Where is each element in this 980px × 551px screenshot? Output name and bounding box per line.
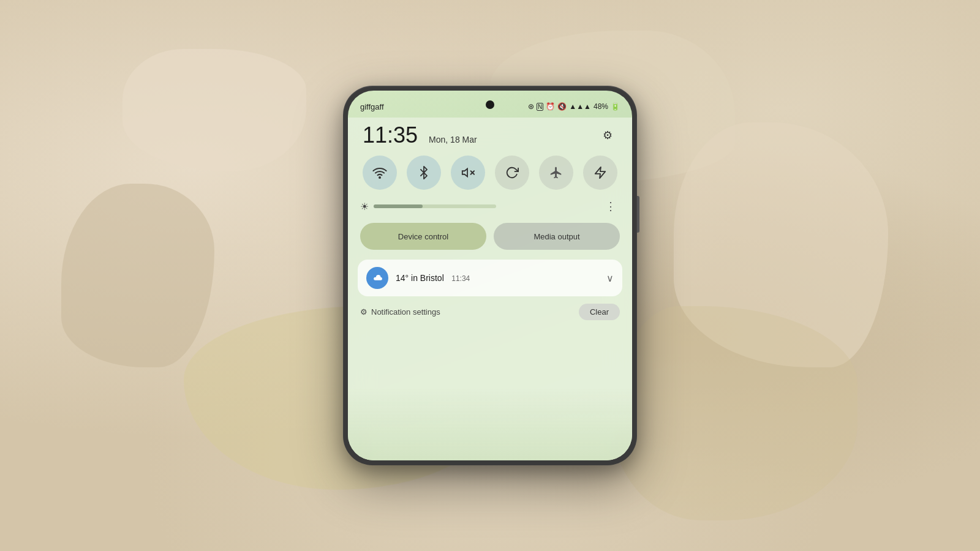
front-camera (486, 100, 494, 109)
phone-body: giffgaff ⊛ N ⏰ 🔇 ▲▲▲ 48% 🔋 11:35 M (343, 86, 637, 465)
weather-notification-content: 14° in Bristol 11:34 (396, 272, 599, 283)
bluetooth-toggle[interactable] (407, 156, 441, 190)
phone-screen: giffgaff ⊛ N ⏰ 🔇 ▲▲▲ 48% 🔋 11:35 M (348, 91, 632, 460)
weather-notification-icon (366, 267, 388, 289)
brightness-row: ☀ ⋮ (348, 195, 632, 218)
action-buttons-row: Device control Media output (348, 218, 632, 255)
battery-icon: 🔋 (611, 102, 620, 111)
flashlight-toggle[interactable] (583, 156, 617, 190)
time-date-row: 11:35 Mon, 18 Mar ⚙ (348, 118, 632, 151)
status-icons: ⊛ N ⏰ 🔇 ▲▲▲ 48% 🔋 (528, 102, 620, 111)
panel-settings-button[interactable]: ⚙ (598, 126, 617, 145)
mute-status-icon: 🔇 (557, 102, 567, 111)
bluetooth-status-icon: ⊛ (528, 102, 534, 111)
rotation-toggle[interactable] (495, 156, 529, 190)
clear-notifications-button[interactable]: Clear (579, 304, 620, 320)
svg-point-0 (379, 177, 380, 178)
svg-marker-1 (462, 169, 467, 177)
time-date-group: 11:35 Mon, 18 Mar (363, 122, 477, 148)
power-button[interactable] (637, 196, 639, 233)
brightness-more-button[interactable]: ⋮ (601, 197, 620, 216)
alarm-status-icon: ⏰ (546, 102, 555, 111)
wifi-toggle[interactable] (363, 156, 397, 190)
clock-time: 11:35 (363, 122, 418, 148)
notification-settings-label: Notification settings (371, 307, 440, 317)
mute-toggle[interactable] (451, 156, 485, 190)
phone-device: giffgaff ⊛ N ⏰ 🔇 ▲▲▲ 48% 🔋 11:35 M (343, 86, 637, 465)
brightness-fill (374, 204, 423, 208)
weather-notification-time: 11:34 (451, 274, 470, 283)
carrier-label: giffgaff (360, 102, 384, 111)
gear-small-icon: ⚙ (360, 307, 368, 317)
notification-actions-row: ⚙ Notification settings Clear (348, 301, 632, 325)
airplane-toggle[interactable] (539, 156, 573, 190)
brightness-slider[interactable] (374, 204, 496, 208)
quick-toggles-row (348, 151, 632, 195)
svg-marker-4 (595, 167, 606, 178)
signal-status-icon: ▲▲▲ (569, 102, 591, 111)
weather-notification[interactable]: 14° in Bristol 11:34 ∨ (358, 260, 622, 296)
device-control-button[interactable]: Device control (360, 223, 486, 250)
brightness-icon: ☀ (360, 201, 369, 212)
notification-panel: 11:35 Mon, 18 Mar ⚙ (348, 118, 632, 460)
notification-settings-button[interactable]: ⚙ Notification settings (360, 307, 440, 317)
battery-label: 48% (594, 102, 608, 111)
notification-expand-chevron[interactable]: ∨ (606, 272, 614, 284)
screen-bottom-fade (348, 387, 632, 460)
nfc-status-icon: N (537, 103, 543, 111)
media-output-button[interactable]: Media output (494, 223, 620, 250)
weather-notification-title: 14° in Bristol (396, 273, 444, 283)
clock-date: Mon, 18 Mar (429, 135, 477, 144)
